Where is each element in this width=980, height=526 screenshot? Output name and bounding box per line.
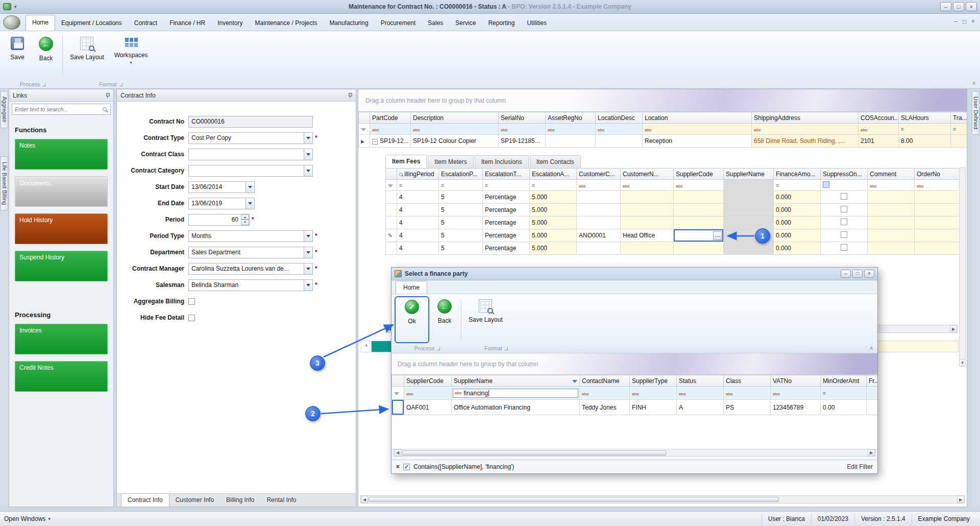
ribbon-tab-service[interactable]: Service — [449, 16, 482, 31]
cell-assetregno[interactable] — [546, 135, 596, 148]
cell-orderno[interactable] — [915, 191, 962, 204]
scroll-down-icon[interactable]: ▼ — [960, 359, 965, 366]
quick-access-caret-icon[interactable]: ▾ — [14, 4, 17, 9]
scroll-left-icon[interactable]: ◀ — [361, 496, 368, 503]
contract-class-dropdown[interactable] — [188, 149, 313, 160]
cell-escalationt[interactable]: Percentage — [483, 217, 530, 229]
row-selector-highlighted[interactable] — [392, 400, 404, 415]
dialog-horizontal-scrollbar[interactable]: ◀ ▶ — [394, 449, 875, 457]
cell-cosaccount[interactable]: 2101 — [859, 135, 899, 148]
start-date-field[interactable]: 13/06/2014 — [188, 181, 255, 193]
scrollbar-thumb[interactable] — [402, 450, 666, 456]
column-header[interactable]: Fr... — [867, 375, 878, 387]
suppliername-filter-editor[interactable]: financing — [453, 389, 578, 398]
tab-customer-info[interactable]: Customer Info — [169, 494, 220, 507]
cell-locationdesc[interactable] — [596, 135, 643, 148]
cell-customername[interactable] — [621, 242, 674, 255]
contract-manager-dropdown[interactable]: Carolina Suzzetta Lourens van de... — [188, 263, 313, 275]
ribbon-tab-sales[interactable]: Sales — [422, 16, 449, 31]
application-menu-button[interactable] — [3, 15, 20, 30]
cell-escalationa[interactable]: 5.000 — [530, 191, 577, 204]
cell-billingperiod[interactable]: 4 — [397, 217, 439, 229]
back-button[interactable]: ← Back — [32, 33, 60, 78]
cell-tra[interactable] — [951, 135, 967, 148]
dock-tab-life-based-billing[interactable]: Life Based Billing — [1, 156, 8, 210]
cell-suppliertype[interactable]: FINH — [630, 400, 677, 415]
fees-row[interactable]: 4 5 Percentage 5.000 0.000 — [386, 217, 962, 229]
cell-suppliercode[interactable] — [674, 191, 724, 204]
cell-suppress[interactable] — [821, 217, 868, 229]
column-header[interactable]: PartCode — [370, 112, 411, 124]
filter-cell[interactable] — [530, 180, 577, 191]
filter-cell[interactable] — [771, 387, 821, 400]
maximize-button[interactable]: □ — [953, 2, 964, 11]
supplier-lookup-ellipsis-button[interactable]: … — [713, 231, 722, 240]
department-dropdown[interactable]: Sales Department — [188, 247, 313, 258]
filter-cell[interactable] — [577, 180, 621, 191]
cell-shippingaddress[interactable]: 658 Dime Road, South Riding, ,... — [752, 135, 859, 148]
cell-escalationp[interactable]: 5 — [439, 242, 483, 255]
column-header[interactable]: ShippingAddress — [752, 112, 859, 124]
period-type-dropdown[interactable]: Months — [188, 230, 313, 242]
filter-cell[interactable] — [580, 387, 630, 400]
chevron-down-icon[interactable] — [304, 247, 312, 258]
cell-customername[interactable] — [621, 204, 674, 217]
column-header[interactable]: Location — [643, 112, 752, 124]
save-button[interactable]: Save — [3, 33, 32, 78]
group-dialog-launcher-icon[interactable] — [42, 83, 45, 86]
tab-item-contacts[interactable]: Item Contacts — [530, 155, 581, 168]
filter-cell[interactable] — [630, 387, 677, 400]
suppress-checkbox[interactable] — [841, 219, 847, 225]
cell-customercode[interactable]: ANO0001 — [577, 229, 621, 242]
column-header[interactable]: CustomerC... — [577, 169, 621, 180]
cell-suppliername[interactable]: Office Automation Financing — [452, 400, 580, 415]
column-header[interactable]: SupplierName — [452, 375, 580, 387]
cell-suppress[interactable] — [821, 242, 868, 255]
tab-contract-info[interactable]: Contract Info — [121, 493, 169, 507]
column-header[interactable]: OrderNo — [915, 169, 962, 180]
column-header[interactable]: SerialNo — [499, 112, 546, 124]
cell-comment[interactable] — [868, 229, 915, 242]
column-header[interactable]: SupplierCode — [674, 169, 724, 180]
credit-notes-button[interactable]: Credit Notes — [15, 361, 108, 392]
column-header[interactable]: SupplierCode — [404, 375, 452, 387]
chevron-down-icon[interactable] — [304, 165, 312, 176]
column-header[interactable]: FinanceAmo... — [774, 169, 821, 180]
chevron-down-icon[interactable] — [246, 198, 254, 209]
column-header[interactable]: SuppressOn... — [821, 169, 868, 180]
suspend-history-button[interactable]: Suspend History — [15, 251, 108, 281]
cell-financeamount[interactable]: 0.000 — [774, 217, 821, 229]
column-header[interactable]: Status — [677, 375, 724, 387]
column-header[interactable]: SLAHours — [899, 112, 951, 124]
chevron-down-icon[interactable] — [304, 149, 312, 160]
fees-row[interactable]: 4 5 Percentage 5.000 0.000 — [386, 191, 962, 204]
filter-cell[interactable] — [546, 124, 596, 135]
cell-serialno[interactable]: SP19-12185... — [499, 135, 546, 148]
cell-financeamount[interactable]: 0.000 — [774, 204, 821, 217]
fees-row[interactable]: 4 5 Percentage 5.000 0.000 — [386, 242, 962, 255]
open-windows-caret-icon[interactable]: ▾ — [48, 516, 51, 521]
cell-slahours[interactable]: 8.00 — [899, 135, 951, 148]
ribbon-tab-inventory[interactable]: Inventory — [211, 16, 249, 31]
collapse-row-icon[interactable]: − — [372, 139, 378, 145]
cell-minorderamt[interactable]: 0.00 — [821, 400, 867, 415]
cell-description[interactable]: SP19-12 Colour Copier — [411, 135, 499, 148]
cell-escalationa[interactable]: 5.000 — [530, 229, 577, 242]
dock-tab-aggregate[interactable]: Aggregate — [1, 91, 8, 128]
chevron-down-icon[interactable] — [304, 133, 312, 144]
scroll-right-icon[interactable]: ▶ — [868, 449, 875, 456]
spin-buttons[interactable]: ▲▼ — [241, 214, 249, 225]
salesman-dropdown[interactable]: Belinda Sharman — [188, 279, 313, 291]
cell-customercode[interactable] — [577, 217, 621, 229]
dock-tab-user-defined[interactable]: User Defined — [972, 91, 979, 135]
filter-cell[interactable] — [499, 124, 546, 135]
chevron-down-icon[interactable] — [246, 182, 254, 193]
column-header[interactable]: EscalationA... — [530, 169, 577, 180]
ribbon-tab-finance-hr[interactable]: Finance / HR — [163, 16, 211, 31]
invoices-button[interactable]: Invoices — [15, 324, 108, 354]
aggregate-billing-checkbox[interactable] — [188, 298, 195, 305]
cell-status[interactable]: A — [677, 400, 724, 415]
cell-escalationt[interactable]: Percentage — [483, 204, 530, 217]
pin-icon[interactable] — [105, 93, 110, 98]
cell-customername[interactable]: Head Office — [621, 229, 674, 242]
